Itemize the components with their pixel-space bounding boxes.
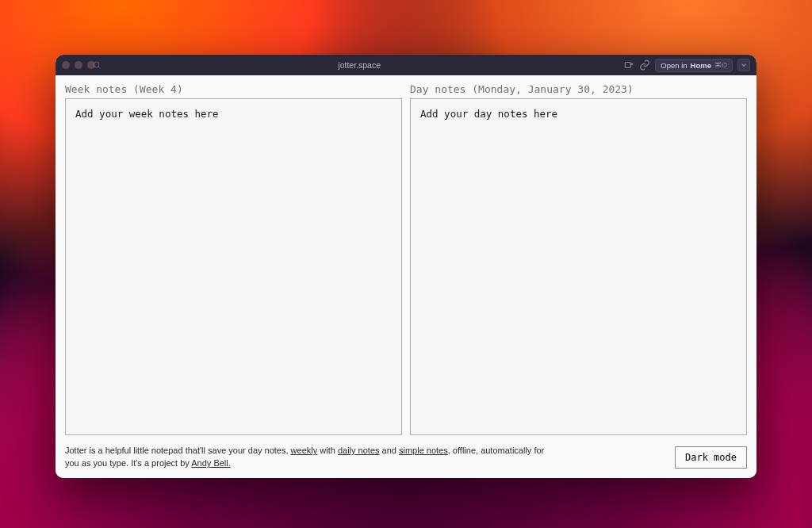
week-notes-pane: Week notes (Week 4) [65, 83, 402, 435]
day-notes-input[interactable] [410, 98, 747, 435]
dark-mode-button[interactable]: Dark mode [675, 446, 747, 469]
url-bar[interactable]: jotter.space [106, 60, 612, 70]
open-in-label-target: Home [691, 61, 711, 70]
link-icon[interactable] [639, 59, 650, 71]
weekly-link[interactable]: weekly [291, 446, 318, 455]
traffic-lights [62, 61, 95, 69]
open-in-home-button[interactable]: Open in Home ⌘O [655, 59, 733, 72]
save-extension-icon[interactable] [623, 59, 634, 71]
simple-notes-link[interactable]: simple notes [399, 446, 448, 455]
week-notes-heading: Week notes (Week 4) [65, 83, 402, 95]
footer-text-3: and [380, 446, 399, 455]
note-panes: Week notes (Week 4) Day notes (Monday, J… [65, 83, 747, 435]
chevron-down-icon[interactable] [737, 59, 750, 71]
author-link[interactable]: Andy Bell. [191, 458, 231, 468]
minimize-window-button[interactable] [75, 61, 82, 69]
url-text: jotter.space [338, 60, 381, 70]
svg-point-0 [94, 62, 99, 67]
close-window-button[interactable] [62, 61, 70, 69]
browser-window: jotter.space Open in Home ⌘O Week notes … [56, 55, 756, 478]
page-content: Week notes (Week 4) Day notes (Monday, J… [56, 75, 756, 478]
footer-text-2: with [317, 446, 338, 455]
titlebar: jotter.space Open in Home ⌘O [56, 55, 756, 75]
footer-description: Jotter is a helpful little notepad that'… [65, 445, 557, 470]
toolbar-right: Open in Home ⌘O [623, 59, 750, 72]
day-notes-pane: Day notes (Monday, January 30, 2023) [410, 83, 747, 435]
svg-rect-2 [626, 63, 631, 68]
open-in-label-prefix: Open in [661, 61, 687, 70]
daily-notes-link[interactable]: daily notes [338, 446, 380, 455]
footer-text-1: Jotter is a helpful little notepad that'… [65, 446, 291, 455]
day-notes-heading: Day notes (Monday, January 30, 2023) [410, 83, 747, 95]
svg-line-1 [98, 67, 100, 68]
search-icon [92, 60, 102, 70]
open-in-shortcut: ⌘O [714, 61, 727, 69]
footer: Jotter is a helpful little notepad that'… [65, 442, 747, 470]
week-notes-input[interactable] [65, 98, 402, 435]
